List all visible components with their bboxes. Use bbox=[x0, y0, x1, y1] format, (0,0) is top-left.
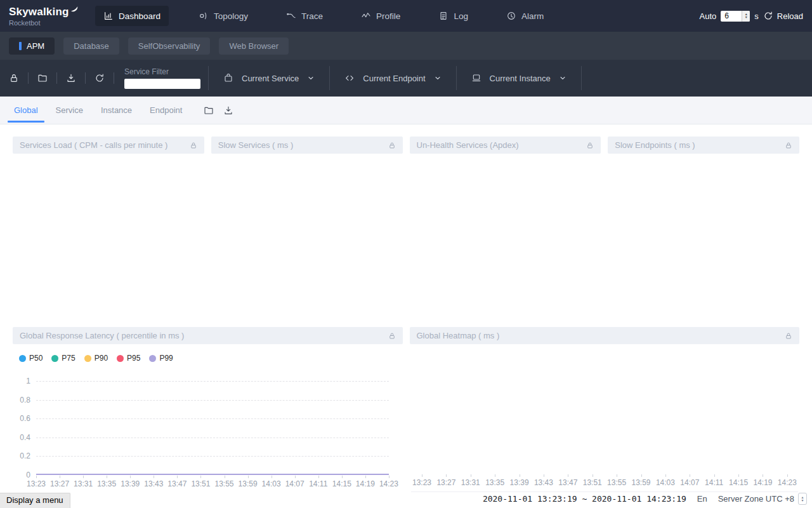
legend-item-p75[interactable]: P75 bbox=[51, 354, 75, 363]
page-tab-web-browser[interactable]: Web Browser bbox=[219, 37, 289, 55]
brand-subtitle: Rocketbot bbox=[9, 19, 90, 27]
y-axis-label: 0.2 bbox=[20, 451, 30, 460]
y-axis-label: 0.6 bbox=[20, 414, 30, 423]
lock-icon[interactable] bbox=[586, 142, 594, 149]
folder-button-tabs[interactable] bbox=[204, 105, 214, 116]
tab-endpoint[interactable]: Endpoint bbox=[148, 97, 183, 124]
brand-title: Skywalking bbox=[9, 6, 69, 18]
auto-interval-stepper[interactable]: ▴▾ bbox=[742, 11, 750, 22]
lock-icon[interactable] bbox=[785, 332, 792, 340]
x-axis-label: 13:51 bbox=[582, 478, 603, 487]
tab-instance[interactable]: Instance bbox=[100, 97, 133, 124]
lock-icon[interactable] bbox=[388, 332, 396, 340]
x-axis-label: 13:47 bbox=[557, 478, 579, 487]
nav-item-dashboard[interactable]: Dashboard bbox=[95, 6, 169, 26]
service-filter-group: Service Filter bbox=[124, 67, 200, 89]
auto-reload-controls: Auto 6 ▴▾ s Reload bbox=[700, 11, 803, 22]
x-axis-label: 14:23 bbox=[776, 478, 798, 487]
tab-global[interactable]: Global bbox=[13, 97, 39, 124]
heatmap-x-axis: 13:2313:2713:3113:3513:3913:4313:4713:51… bbox=[411, 478, 798, 492]
toolbar-divider bbox=[56, 72, 57, 84]
view-tab-label: Service bbox=[56, 105, 83, 115]
refresh-button[interactable] bbox=[89, 73, 110, 83]
import-button[interactable] bbox=[61, 73, 81, 83]
legend-item-p50[interactable]: P50 bbox=[19, 354, 43, 363]
brand-logo[interactable]: Skywalking Rocketbot bbox=[9, 6, 90, 27]
server-zone-stepper[interactable]: ▴▾ bbox=[798, 493, 807, 505]
panel-title: Global Response Latency ( percentile in … bbox=[20, 331, 184, 340]
nav-item-label: Topology bbox=[214, 11, 248, 21]
nav-item-label: Alarm bbox=[521, 11, 544, 21]
status-menu-hint: Display a menu bbox=[0, 493, 70, 508]
y-axis-label: 0 bbox=[26, 471, 30, 479]
tab-service[interactable]: Service bbox=[55, 97, 84, 124]
x-axis-label: 13:39 bbox=[509, 478, 530, 487]
x-axis-label: 13:59 bbox=[631, 478, 652, 487]
page-tab-label: Web Browser bbox=[229, 41, 278, 51]
import-icon bbox=[223, 105, 233, 116]
x-axis-label: 14:15 bbox=[331, 479, 353, 488]
time-range-picker[interactable]: 2020-11-01 13:23:19 ~ 2020-11-01 14:23:1… bbox=[483, 494, 686, 504]
reload-icon bbox=[763, 11, 773, 21]
x-axis-label: 14:07 bbox=[679, 478, 700, 487]
chevron-down-icon bbox=[559, 74, 566, 82]
service-icon bbox=[223, 73, 233, 83]
dashboard-icon bbox=[103, 11, 114, 21]
y-gridline bbox=[36, 456, 389, 457]
heatmap-body bbox=[410, 347, 799, 475]
view-tabs: Global Service Instance Endpoint bbox=[0, 97, 812, 124]
nav-item-profile[interactable]: Profile bbox=[353, 6, 409, 26]
panel-row-2: Global Response Latency ( percentile in … bbox=[13, 327, 799, 344]
dashboard-group-tabs: APM Database SelfObservability Web Brows… bbox=[0, 32, 812, 60]
reload-button[interactable]: Reload bbox=[763, 11, 803, 21]
folder-button[interactable] bbox=[32, 73, 53, 83]
lock-icon[interactable] bbox=[785, 142, 792, 149]
panel-slow-services: Slow Services ( ms ) bbox=[211, 137, 403, 154]
nav-item-trace[interactable]: Trace bbox=[278, 6, 331, 26]
current-service-selector[interactable]: Current Service bbox=[209, 60, 329, 97]
x-axis-label: 14:11 bbox=[308, 479, 329, 488]
legend-label: P99 bbox=[159, 354, 173, 363]
server-zone-control: Server Zone UTC +8 ▴▾ bbox=[718, 493, 807, 505]
x-axis-label: 13:31 bbox=[460, 478, 481, 487]
legend-swatch bbox=[19, 355, 26, 362]
page-tab-database[interactable]: Database bbox=[63, 37, 119, 55]
lock-button[interactable] bbox=[4, 73, 24, 83]
page-tab-selfobservability[interactable]: SelfObservability bbox=[128, 37, 211, 55]
legend-item-p90[interactable]: P90 bbox=[84, 354, 108, 363]
lock-icon[interactable] bbox=[388, 142, 396, 149]
dashboard-toolbar: Service Filter Current Service Current E… bbox=[0, 60, 812, 97]
server-zone-label: Server Zone UTC +8 bbox=[718, 494, 794, 504]
x-axis-label: 13:47 bbox=[166, 479, 188, 488]
folder-icon bbox=[37, 73, 48, 83]
x-axis-label: 13:55 bbox=[606, 478, 627, 487]
nav-item-log[interactable]: Log bbox=[430, 6, 476, 26]
current-instance-selector[interactable]: Current Instance bbox=[457, 60, 581, 97]
top-navbar: Skywalking Rocketbot Dashboard Topology … bbox=[0, 0, 812, 32]
x-axis-label: 14:11 bbox=[704, 478, 725, 487]
x-axis-label: 13:23 bbox=[411, 478, 433, 487]
selector-label: Current Instance bbox=[490, 74, 551, 83]
view-tab-label: Endpoint bbox=[150, 105, 182, 115]
legend-item-p95[interactable]: P95 bbox=[117, 354, 140, 363]
import-button-tabs[interactable] bbox=[223, 105, 233, 116]
x-axis-label: 13:43 bbox=[533, 478, 554, 487]
legend-item-p99[interactable]: P99 bbox=[149, 354, 173, 363]
y-axis-label: 1 bbox=[26, 377, 30, 385]
nav-item-alarm[interactable]: Alarm bbox=[498, 6, 552, 26]
current-endpoint-selector[interactable]: Current Endpoint bbox=[330, 60, 455, 97]
auto-unit-label: s bbox=[754, 11, 759, 21]
nav-item-topology[interactable]: Topology bbox=[190, 6, 256, 26]
x-axis-label: 13:27 bbox=[49, 479, 70, 488]
lock-icon[interactable] bbox=[190, 142, 197, 149]
x-axis-label: 14:19 bbox=[752, 478, 773, 487]
language-toggle[interactable]: En bbox=[697, 494, 707, 504]
dashboard-content: Services Load ( CPM - calls per minute )… bbox=[0, 124, 812, 508]
page-tab-apm[interactable]: APM bbox=[9, 37, 55, 55]
service-filter-label: Service Filter bbox=[124, 67, 200, 76]
nav-item-label: Trace bbox=[301, 11, 323, 21]
panel-row-1: Services Load ( CPM - calls per minute )… bbox=[13, 137, 799, 154]
x-axis-label: 14:23 bbox=[378, 479, 400, 488]
auto-interval-input[interactable]: 6 ▴▾ bbox=[721, 11, 750, 22]
service-filter-input[interactable] bbox=[124, 79, 200, 89]
